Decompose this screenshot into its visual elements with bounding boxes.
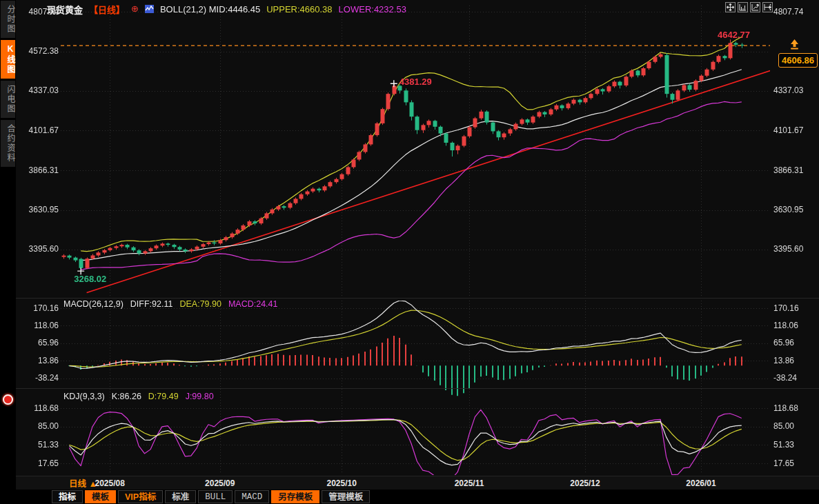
high-price-label: 4642.77 — [718, 30, 750, 40]
bottom-tab-2[interactable]: 模板 — [85, 490, 116, 503]
goto-latest-button[interactable] — [762, 2, 773, 12]
x-axis-row: 2025/082025/092025/102025/112025/122026/… — [16, 476, 819, 490]
macd-header: MACD(26,12,9) DIFF:92.11 DEA:79.90 MACD:… — [63, 299, 277, 309]
current-price-label: 4606.86 — [778, 53, 818, 68]
kdj-params-label: KDJ(9,3,3) — [63, 392, 105, 401]
axis-label: 4807.74 — [773, 8, 803, 17]
expand-scale-icon — [751, 3, 759, 11]
expand-scale-button[interactable] — [750, 2, 760, 12]
bottom-tab-6[interactable]: MACD — [235, 490, 269, 503]
symbol-title: 现货黄金 — [47, 3, 83, 16]
axis-label: 4337.03 — [19, 86, 59, 95]
pan-crosshair-icon — [727, 3, 734, 11]
axis-label: 3866.31 — [19, 166, 59, 175]
axis-label: 3395.60 — [773, 245, 803, 254]
goto-latest-icon — [764, 3, 771, 11]
date-label: 2026/01 — [680, 478, 722, 488]
macd-diff-value: DIFF:92.11 — [130, 299, 173, 309]
date-label: 2025/10 — [321, 478, 362, 488]
settings-plus-icon[interactable]: ⊕ — [131, 5, 139, 13]
trading-app: 分时图K线图闪电图合约资料 现货黄金 【日线】 ⊕ BOLL(21,2) MID… — [0, 0, 819, 504]
axis-label: 118.68 — [773, 404, 798, 413]
axis-label: 85.00 — [773, 422, 794, 431]
bottom-tab-1[interactable]: 指标 — [52, 490, 83, 503]
axis-label: 4572.38 — [19, 47, 59, 56]
axis-label: 3630.95 — [19, 205, 59, 214]
bottom-tab-3[interactable]: VIP指标 — [118, 490, 163, 503]
axis-label: 3866.31 — [773, 166, 803, 175]
axis-label: 118.68 — [19, 404, 59, 413]
bottom-tab-4[interactable]: 标准 — [165, 490, 196, 503]
axis-label: 13.86 — [19, 356, 59, 365]
period-selector[interactable]: 日线 ▲ — [69, 476, 97, 490]
chart-toolbar — [725, 2, 773, 12]
macd-params-label: MACD(26,12,9) — [63, 299, 124, 309]
axis-label: 3630.95 — [773, 205, 803, 214]
axis-label: 4101.67 — [773, 126, 803, 135]
kdj-header: KDJ(9,3,3) K:86.26 D:79.49 J:99.80 — [63, 392, 214, 401]
date-label: 2025/11 — [448, 478, 490, 488]
compress-scale-icon — [739, 3, 747, 11]
sidebar-item-2[interactable]: K线图 — [1, 40, 15, 79]
compress-scale-button[interactable] — [738, 2, 748, 12]
axis-label: 51.33 — [773, 441, 794, 450]
sidebar-item-4[interactable]: 合约资料 — [1, 120, 15, 167]
low-price-label: 3268.02 — [74, 274, 106, 284]
axis-label: 4101.67 — [19, 126, 59, 135]
axis-label: 118.06 — [773, 321, 798, 330]
axis-label: -38.24 — [19, 374, 59, 383]
boll-mid-label: BOLL(21,2) MID:4446.45 — [160, 4, 260, 14]
axis-label: 170.16 — [773, 304, 799, 313]
sidebar: 分时图K线图闪电图合约资料 — [0, 0, 16, 504]
axis-label: 85.00 — [19, 422, 59, 431]
bottom-toolbar: 指标模板VIP指标标准BULLMACD另存模板管理模板 — [16, 490, 819, 504]
macd-macd-value: MACD:24.41 — [228, 299, 278, 309]
candlestick-chart-canvas[interactable] — [0, 0, 819, 490]
boll-upper-label: UPPER:4660.38 — [266, 4, 332, 14]
kdj-j-value: J:99.80 — [186, 392, 214, 401]
kdj-d-value: D:79.49 — [148, 392, 179, 401]
axis-label: -38.24 — [773, 374, 797, 383]
price-up-arrow-icon — [790, 39, 799, 52]
date-label: 2025/12 — [564, 478, 606, 488]
sidebar-item-3[interactable]: 闪电图 — [1, 81, 15, 118]
axis-label: 17.65 — [773, 459, 794, 468]
sidebar-item-1[interactable]: 分时图 — [1, 1, 15, 38]
alert-dot-icon — [3, 394, 13, 405]
axis-label: 65.96 — [19, 339, 59, 347]
axis-label: 51.33 — [19, 441, 59, 450]
bottom-tab-5[interactable]: BULL — [198, 490, 233, 503]
axis-label: 170.16 — [19, 304, 59, 313]
axis-label: 17.65 — [19, 459, 59, 468]
chart-header: 现货黄金 【日线】 ⊕ BOLL(21,2) MID:4446.45 UPPER… — [47, 3, 406, 14]
date-label: 2025/09 — [199, 478, 241, 488]
axis-label: 3395.60 — [19, 245, 59, 254]
macd-dea-value: DEA:79.90 — [179, 299, 221, 309]
pan-crosshair-button[interactable] — [725, 2, 736, 12]
period-tag: 【日线】 — [89, 3, 125, 16]
boll-lower-label: LOWER:4232.53 — [339, 4, 406, 14]
kdj-k-value: K:86.26 — [112, 392, 141, 401]
axis-label: 13.86 — [773, 356, 794, 365]
bottom-tab-8[interactable]: 管理模板 — [322, 490, 370, 503]
axis-label: 118.06 — [19, 321, 59, 330]
indicator-icon — [145, 5, 154, 13]
peak-price-label: 4381.29 — [399, 77, 432, 87]
axis-label: 4337.03 — [773, 86, 803, 95]
axis-label: 65.96 — [773, 339, 794, 347]
bottom-tab-7[interactable]: 另存模板 — [271, 490, 319, 503]
